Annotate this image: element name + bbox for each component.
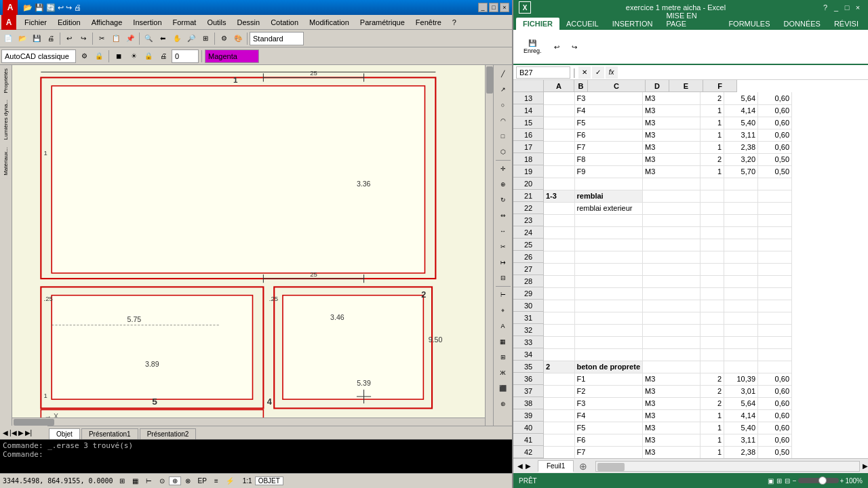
cell-40-A[interactable] xyxy=(544,422,574,434)
command-input-label[interactable]: Commande: xyxy=(3,450,509,459)
drawing-canvas[interactable]: 25 3.36 xyxy=(12,65,493,426)
cell-38-E[interactable]: 5,64 xyxy=(724,397,758,409)
cell-16-A[interactable] xyxy=(544,129,574,141)
left-tab-materiaux[interactable]: Matériaux... xyxy=(1,144,11,179)
tb-undo[interactable]: ↩ xyxy=(62,32,76,45)
tb-zoom-prev[interactable]: ⬅ xyxy=(156,32,170,45)
cell-26-B[interactable] xyxy=(574,251,643,263)
cell-33-F[interactable] xyxy=(758,336,792,348)
rt-line[interactable]: ╱ xyxy=(496,66,511,81)
cell-14-A[interactable] xyxy=(544,104,574,117)
cell-16-E[interactable]: 3,11 xyxy=(724,129,758,141)
cell-18-A[interactable] xyxy=(544,153,574,165)
tb-pan[interactable]: ✋ xyxy=(170,32,184,45)
rt-orbit[interactable]: ⊛ xyxy=(496,396,511,411)
ribbon-tab-revisi[interactable]: RÉVISI xyxy=(827,18,865,30)
cell-14-D[interactable]: 1 xyxy=(701,104,724,117)
cell-13-E[interactable]: 5,64 xyxy=(724,92,758,104)
cell-27-B[interactable] xyxy=(574,263,643,275)
rt-circle[interactable]: ○ xyxy=(496,98,511,113)
tb-standard-dropdown[interactable]: Standard xyxy=(250,32,304,45)
cell-26-D[interactable] xyxy=(701,251,724,263)
col-header-b[interactable]: B xyxy=(574,80,588,92)
cell-18-F[interactable]: 0,50 xyxy=(758,153,792,165)
cell-31-D[interactable] xyxy=(701,312,724,324)
col-header-c[interactable]: C xyxy=(588,80,646,92)
cell-28-C[interactable] xyxy=(643,275,701,287)
row-header-20[interactable]: 20 xyxy=(513,178,544,190)
titlebar-controls[interactable]: _ □ × xyxy=(478,3,509,12)
menu-modification[interactable]: Modification xyxy=(304,17,355,28)
cell-22-A[interactable] xyxy=(544,202,574,214)
tb-match[interactable]: 🎨 xyxy=(231,32,245,45)
maximize-button[interactable]: □ xyxy=(489,3,498,12)
excel-close-btn[interactable]: × xyxy=(853,3,863,12)
cell-29-B[interactable] xyxy=(574,287,643,300)
cell-14-E[interactable]: 4,14 xyxy=(724,104,758,117)
cell-38-B[interactable]: F3 xyxy=(574,397,643,409)
cell-29-C[interactable] xyxy=(643,287,701,300)
cell-22-D[interactable] xyxy=(701,202,724,214)
model-button[interactable]: OBJET xyxy=(255,476,283,485)
cell-29-A[interactable] xyxy=(544,287,574,300)
sheet-tab-feuil1[interactable]: Feuil1 xyxy=(538,460,574,472)
left-tab-proprietes[interactable]: Propriétés xyxy=(1,65,11,96)
tb-layer2[interactable]: ☀ xyxy=(127,49,140,63)
row-header-22[interactable]: 22 xyxy=(513,202,544,214)
cell-40-F[interactable]: 0,60 xyxy=(758,422,792,434)
cell-19-E[interactable]: 5,70 xyxy=(724,165,758,178)
cell-42-D[interactable]: 1 xyxy=(701,446,724,458)
cell-27-D[interactable] xyxy=(701,263,724,275)
row-header-29[interactable]: 29 xyxy=(513,287,544,300)
rt-trim[interactable]: ✂ xyxy=(496,239,511,254)
tab-presentation2[interactable]: Présentation2 xyxy=(140,428,197,439)
cell-42-C[interactable]: M3 xyxy=(643,446,701,458)
minimize-button[interactable]: _ xyxy=(478,3,488,12)
tab-nav-first[interactable]: |◀ xyxy=(9,429,17,436)
cell-37-D[interactable]: 2 xyxy=(701,385,724,397)
cell-19-C[interactable]: M3 xyxy=(643,165,701,178)
cell-39-A[interactable] xyxy=(544,409,574,422)
tb-redo[interactable]: ↪ xyxy=(77,32,90,45)
tb-color-dropdown[interactable]: Magenta xyxy=(205,49,259,63)
tab-nav-prev[interactable]: ◀ xyxy=(516,462,524,470)
cell-30-E[interactable] xyxy=(724,300,758,312)
cell-16-C[interactable]: M3 xyxy=(643,129,701,141)
tb-layer3[interactable]: 🔒 xyxy=(142,49,155,63)
rt-copy[interactable]: ⊕ xyxy=(496,177,511,192)
menu-dessin[interactable]: Dessin xyxy=(232,17,266,28)
cell-25-D[interactable] xyxy=(701,239,724,251)
tab-nav-prev[interactable]: ◀ xyxy=(3,429,8,436)
cell-17-D[interactable]: 1 xyxy=(701,141,724,153)
cell-15-B[interactable]: F5 xyxy=(574,117,643,129)
snap-toggle[interactable]: ⊞ xyxy=(116,476,128,485)
rt-scale[interactable]: ↔ xyxy=(496,224,511,239)
tb-zoom-extend[interactable]: ⊞ xyxy=(199,32,212,45)
cell-30-D[interactable] xyxy=(701,300,724,312)
cell-17-C[interactable]: M3 xyxy=(643,141,701,153)
cell-36-A[interactable] xyxy=(544,373,574,385)
ribbon-tab-accueil[interactable]: ACCUEIL xyxy=(559,18,606,30)
tb-layer-dropdown[interactable]: 0 xyxy=(172,49,199,63)
cell-24-E[interactable] xyxy=(724,226,758,239)
row-header-18[interactable]: 18 xyxy=(513,153,544,165)
cell-32-D[interactable] xyxy=(701,324,724,336)
rt-pline[interactable]: ↗ xyxy=(496,82,511,97)
rt-move[interactable]: ✛ xyxy=(496,161,511,176)
formula-confirm-icon[interactable]: ✓ xyxy=(592,66,604,79)
menu-format[interactable]: Format xyxy=(167,17,202,28)
cell-32-A[interactable] xyxy=(544,324,574,336)
cell-40-D[interactable]: 1 xyxy=(701,422,724,434)
col-header-f[interactable]: F xyxy=(703,80,737,92)
cell-34-A[interactable] xyxy=(544,348,574,361)
cell-23-E[interactable] xyxy=(724,214,758,226)
tb-zoom-realtime[interactable]: 🔍 xyxy=(142,32,155,45)
cell-26-A[interactable] xyxy=(544,251,574,263)
col-header-e[interactable]: E xyxy=(669,80,703,92)
cell-29-F[interactable] xyxy=(758,287,792,300)
tb-paste[interactable]: 📌 xyxy=(123,32,137,45)
cell-39-C[interactable]: M3 xyxy=(643,409,701,422)
cell-41-E[interactable]: 3,11 xyxy=(724,434,758,446)
tb-open[interactable]: 📂 xyxy=(16,32,29,45)
cell-22-B[interactable]: remblai exterieur xyxy=(574,202,643,214)
